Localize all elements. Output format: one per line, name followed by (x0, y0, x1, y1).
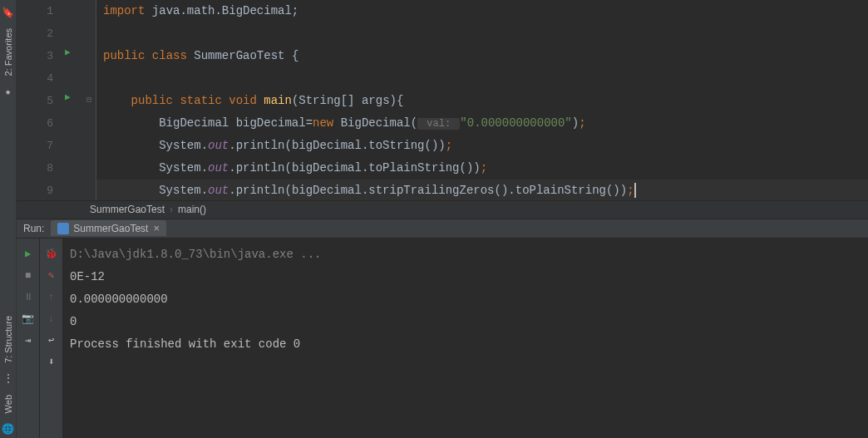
gutter-icons: ▶ ▶ (60, 0, 83, 200)
line-number[interactable]: 2 (17, 22, 53, 45)
bookmark-icon[interactable]: 🔖 (2, 7, 14, 18)
code-line: public class SummerGaoTest { (96, 45, 868, 67)
stop-icon[interactable]: ■ (22, 269, 35, 283)
exit-icon[interactable]: ⇥ (22, 334, 35, 347)
code-line: import java.math.BigDecimal; (96, 0, 868, 22)
web-icon[interactable]: 🌐 (2, 423, 14, 435)
caret (634, 183, 636, 198)
run-method-icon[interactable]: ▶ (65, 91, 71, 102)
structure-tool[interactable]: 7: Structure (2, 309, 15, 370)
console-line: 0 (70, 311, 861, 333)
pause-icon[interactable]: ⏸ (22, 291, 35, 304)
left-toolbar: 🔖 2: Favorites ★ 7: Structure ⋮ Web 🌐 (0, 0, 17, 438)
rerun-icon[interactable]: ▶ (22, 248, 35, 261)
code-line: public static void main(String[] args){ (96, 90, 868, 112)
code-line: System.out.println(bigDecimal.toPlainStr… (96, 157, 868, 180)
line-number[interactable]: 9 (17, 180, 53, 200)
code-line: System.out.println(bigDecimal.stripTrail… (96, 180, 868, 200)
run-class-icon[interactable]: ▶ (65, 47, 71, 57)
scroll-icon[interactable]: ⬇ (45, 356, 58, 369)
code-line (96, 67, 868, 90)
line-number[interactable]: 8 (17, 157, 53, 180)
wrap-icon[interactable]: ↩ (45, 334, 58, 347)
run-toolbar-left: ▶ ■ ⏸ 📷 ⇥ (17, 239, 40, 439)
main-area: 1 2 3 4 5 6 7 8 9 10 11 12 ▶ ▶ ⊟ ⊟ impor… (17, 0, 868, 438)
line-number[interactable]: 4 (17, 67, 53, 90)
up-arrow-icon[interactable]: ↑ (45, 291, 58, 304)
favorites-tool[interactable]: 2: Favorites (2, 22, 15, 82)
code-area[interactable]: import java.math.BigDecimal; public clas… (96, 0, 868, 200)
run-panel-header: Run: SummerGaoTest × (17, 219, 868, 239)
edit-icon[interactable]: ✎ (45, 269, 58, 283)
line-number[interactable]: 6 (17, 112, 53, 135)
close-icon[interactable]: × (153, 222, 160, 234)
run-label: Run: (17, 223, 51, 234)
camera-icon[interactable]: 📷 (22, 313, 35, 326)
line-number[interactable]: 7 (17, 135, 53, 157)
structure-icon[interactable]: ⋮ (2, 373, 14, 385)
editor: 1 2 3 4 5 6 7 8 9 10 11 12 ▶ ▶ ⊟ ⊟ impor… (17, 0, 868, 200)
run-panel: ▶ ■ ⏸ 📷 ⇥ 🐞 ✎ ↑ ↓ ↩ ⬇ D:\Java\jdk1.8.0_7… (17, 239, 868, 439)
run-toolbar-right: 🐞 ✎ ↑ ↓ ↩ ⬇ (40, 239, 63, 439)
code-line: BigDecimal bigDecimal=new BigDecimal( va… (96, 112, 868, 135)
console-output[interactable]: D:\Java\jdk1.8.0_73\bin\java.exe ... 0E-… (63, 239, 868, 439)
console-line: Process finished with exit code 0 (70, 333, 861, 356)
line-number[interactable]: 3 (17, 45, 53, 67)
fold-column: ⊟ ⊟ (83, 0, 96, 200)
console-line: 0E-12 (70, 266, 861, 288)
breadcrumb-item[interactable]: SummerGaoTest (90, 204, 165, 215)
code-line (96, 22, 868, 45)
web-tool[interactable]: Web (2, 388, 15, 420)
line-number-gutter: 1 2 3 4 5 6 7 8 9 10 11 12 (17, 0, 60, 200)
line-number[interactable]: 1 (17, 0, 53, 22)
run-config-tab[interactable]: SummerGaoTest × (51, 220, 166, 236)
chevron-right-icon: › (170, 204, 173, 215)
debug-icon[interactable]: 🐞 (45, 248, 58, 261)
console-line: 0.000000000000 (70, 288, 861, 311)
breadcrumb: SummerGaoTest › main() (17, 200, 868, 219)
fold-collapse-icon[interactable]: ⊟ (86, 95, 91, 105)
code-line: System.out.println(bigDecimal.toString()… (96, 135, 868, 157)
down-arrow-icon[interactable]: ↓ (45, 313, 58, 326)
console-line: D:\Java\jdk1.8.0_73\bin\java.exe ... (70, 244, 861, 266)
star-icon[interactable]: ★ (2, 86, 14, 97)
breadcrumb-item[interactable]: main() (178, 204, 206, 215)
java-file-icon (57, 223, 69, 234)
line-number[interactable]: 5 (17, 90, 53, 112)
